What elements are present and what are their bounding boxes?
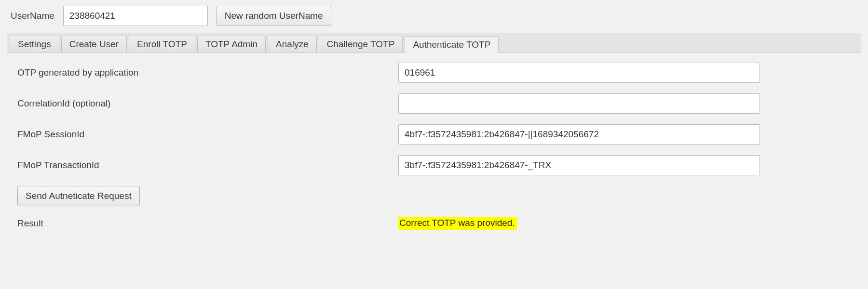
result-row: Result Correct TOTP was provided. — [17, 217, 851, 230]
tab-totp-admin[interactable]: TOTP Admin — [197, 36, 266, 53]
send-row: Send Autneticate Request — [17, 186, 851, 206]
top-row: UserName New random UserName — [0, 6, 868, 33]
send-authenticate-button[interactable]: Send Autneticate Request — [17, 186, 140, 206]
correlation-label: CorrelationId (optional) — [17, 98, 398, 109]
transaction-row: FMoP TransactionId — [17, 155, 851, 175]
username-label: UserName — [11, 11, 54, 21]
result-label: Result — [17, 218, 398, 229]
tab-analyze[interactable]: Analyze — [268, 36, 317, 53]
transaction-label: FMoP TransactionId — [17, 160, 398, 171]
session-input[interactable] — [398, 124, 760, 144]
form-area: OTP generated by application Correlation… — [7, 53, 861, 246]
tab-create-user[interactable]: Create User — [61, 36, 127, 53]
result-field-wrap: Correct TOTP was provided. — [398, 217, 851, 230]
result-value: Correct TOTP was provided. — [398, 217, 517, 230]
otp-field-wrap — [398, 63, 851, 83]
otp-input[interactable] — [398, 63, 760, 83]
session-label: FMoP SessionId — [17, 129, 398, 140]
tab-challenge-totp[interactable]: Challenge TOTP — [319, 36, 403, 53]
session-field-wrap — [398, 124, 851, 144]
tab-authenticate-totp[interactable]: Authenticate TOTP — [405, 36, 499, 53]
otp-label: OTP generated by application — [17, 67, 398, 78]
username-input[interactable] — [63, 6, 208, 26]
transaction-input[interactable] — [398, 155, 760, 175]
correlation-row: CorrelationId (optional) — [17, 93, 851, 114]
transaction-field-wrap — [398, 155, 851, 175]
otp-row: OTP generated by application — [17, 63, 851, 83]
tab-settings[interactable]: Settings — [10, 36, 59, 53]
correlation-field-wrap — [398, 93, 851, 114]
tab-enroll-totp[interactable]: Enroll TOTP — [129, 36, 195, 53]
correlation-input[interactable] — [398, 93, 760, 114]
tab-strip: Settings Create User Enroll TOTP TOTP Ad… — [7, 33, 861, 53]
session-row: FMoP SessionId — [17, 124, 851, 144]
new-random-username-button[interactable]: New random UserName — [217, 6, 331, 26]
